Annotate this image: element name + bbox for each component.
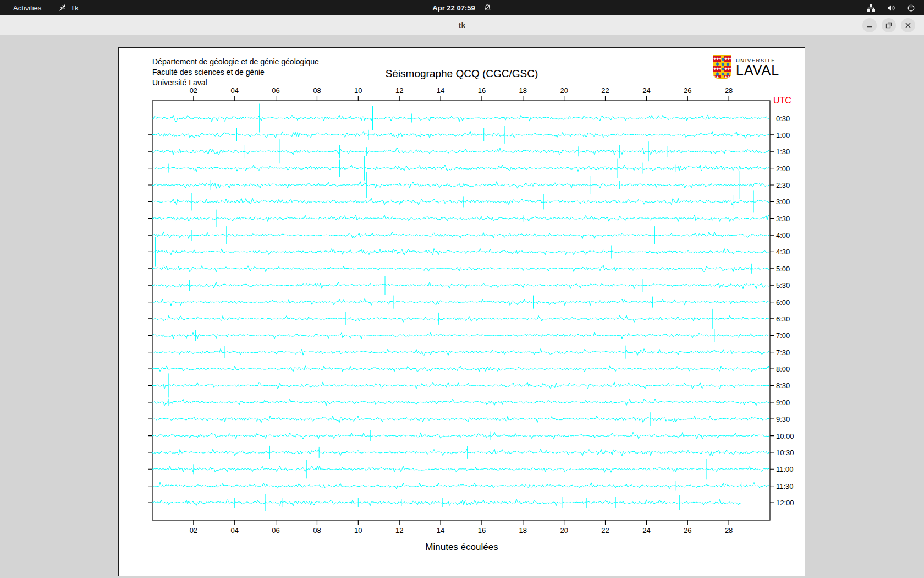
activities-button[interactable]: Activities	[10, 4, 45, 12]
seismogram-trace-row-7:00	[152, 329, 769, 342]
seismogram-trace-row-10:00	[152, 430, 769, 441]
x-tick-bottom-28: 28	[725, 526, 733, 535]
y-time-label-2:00: 2:00	[776, 164, 790, 172]
focused-app-name: Tk	[70, 4, 78, 12]
x-tick-top-18: 18	[519, 86, 527, 95]
y-time-label-9:30: 9:30	[776, 415, 790, 423]
seismogram-trace-row-9:30	[152, 412, 769, 426]
x-tick-bottom-10: 10	[354, 526, 362, 535]
window-title: tk	[0, 15, 924, 35]
y-time-label-5:00: 5:00	[776, 264, 790, 272]
x-tick-top-04: 04	[230, 86, 238, 95]
x-tick-bottom-02: 02	[190, 526, 197, 535]
minimize-button[interactable]	[862, 18, 877, 32]
x-tick-bottom-22: 22	[601, 526, 609, 535]
seismogram-trace-row-6:30	[152, 309, 769, 329]
y-time-label-4:00: 4:00	[776, 231, 790, 239]
seismogram-trace-row-8:30	[152, 373, 769, 397]
seismogram-trace-row-8:00	[152, 366, 769, 372]
seismogram-trace-row-11:30	[152, 481, 769, 491]
network-wired-icon[interactable]	[866, 4, 876, 12]
seismogram-trace-row-3:00	[152, 190, 769, 212]
y-time-label-4:30: 4:30	[776, 248, 790, 256]
system-status-area[interactable]	[866, 0, 924, 15]
screen: Activities Tk Apr 22 07:59	[0, 0, 924, 578]
y-time-label-3:30: 3:30	[776, 214, 790, 222]
x-axis-label: Minutes écoulées	[119, 542, 805, 553]
seismogram-trace-row-1:30	[152, 139, 769, 163]
y-time-label-9:00: 9:00	[776, 398, 790, 406]
x-tick-bottom-04: 04	[230, 526, 238, 535]
x-tick-top-10: 10	[354, 86, 362, 95]
seismogram-trace-row-3:30	[152, 210, 769, 227]
x-tick-bottom-16: 16	[478, 526, 486, 535]
x-tick-bottom-18: 18	[519, 526, 527, 535]
y-time-label-2:30: 2:30	[776, 181, 790, 189]
focused-app-menu[interactable]: Tk	[59, 4, 78, 12]
x-tick-top-22: 22	[601, 86, 609, 95]
y-time-label-11:00: 11:00	[776, 465, 794, 473]
notifications-disabled-icon	[484, 4, 492, 12]
y-time-label-1:30: 1:30	[776, 148, 790, 156]
close-button[interactable]	[901, 18, 915, 32]
x-tick-top-02: 02	[190, 86, 197, 95]
x-tick-bottom-06: 06	[272, 526, 279, 535]
desktop: Département de géologie et de génie géol…	[0, 35, 924, 578]
seismogram-trace-row-4:30	[152, 237, 769, 267]
x-tick-bottom-08: 08	[313, 526, 321, 535]
seismogram-trace-row-9:00	[152, 399, 769, 406]
seismogram-trace-row-5:30	[152, 276, 769, 295]
y-time-label-6:30: 6:30	[776, 314, 790, 323]
seismogram-trace-row-0:30	[152, 104, 769, 133]
seismogram-trace-row-5:00	[152, 264, 769, 274]
seismogram-trace-row-4:00	[152, 226, 769, 244]
y-time-label-12:00: 12:00	[776, 499, 794, 507]
y-time-label-8:30: 8:30	[776, 381, 790, 390]
x-tick-top-28: 28	[725, 86, 733, 95]
seismogram-plot	[119, 48, 805, 576]
clock-text: Apr 22 07:59	[432, 4, 475, 12]
seismogram-trace-row-10:30	[152, 446, 769, 459]
tk-app-icon	[59, 4, 67, 12]
y-time-label-10:00: 10:00	[776, 432, 794, 440]
x-tick-top-26: 26	[684, 86, 691, 95]
seismogram-trace-row-2:30	[152, 171, 769, 199]
y-time-label-10:30: 10:30	[776, 448, 794, 456]
x-tick-bottom-24: 24	[642, 526, 650, 535]
volume-icon[interactable]	[887, 4, 896, 12]
x-tick-bottom-20: 20	[560, 526, 568, 535]
x-tick-top-16: 16	[478, 86, 486, 95]
y-time-label-7:30: 7:30	[776, 348, 790, 356]
y-time-label-8:00: 8:00	[776, 365, 790, 373]
seismogram-trace-row-6:00	[152, 296, 769, 309]
x-tick-bottom-26: 26	[684, 526, 691, 535]
axis-ticks	[148, 96, 774, 525]
seismogram-trace-row-7:30	[152, 346, 769, 359]
seismogram-trace-row-1:00	[152, 124, 769, 146]
y-time-label-3:00: 3:00	[776, 198, 790, 206]
y-time-label-1:00: 1:00	[776, 130, 790, 139]
x-tick-bottom-14: 14	[437, 526, 444, 535]
gnome-top-bar: Activities Tk Apr 22 07:59	[0, 0, 924, 15]
power-icon[interactable]	[907, 4, 915, 12]
x-tick-top-14: 14	[437, 86, 444, 95]
window-title-bar[interactable]: tk	[0, 15, 924, 35]
y-time-label-5:30: 5:30	[776, 281, 790, 290]
y-time-label-6:00: 6:00	[776, 298, 790, 306]
seismogram-trace-row-12:00	[152, 494, 741, 511]
plot-frame	[152, 101, 770, 520]
x-tick-top-24: 24	[642, 86, 650, 95]
maximize-button[interactable]	[882, 18, 896, 32]
seismograph-canvas: Département de géologie et de génie géol…	[119, 48, 805, 576]
x-tick-bottom-12: 12	[395, 526, 403, 535]
x-tick-top-12: 12	[395, 86, 403, 95]
x-tick-top-06: 06	[272, 86, 279, 95]
seismogram-trace-row-11:00	[152, 459, 769, 479]
clock-menu[interactable]: Apr 22 07:59	[432, 0, 491, 15]
seismogram-trace-row-2:00	[152, 156, 769, 181]
x-tick-top-08: 08	[313, 86, 321, 95]
x-tick-top-20: 20	[560, 86, 568, 95]
y-time-label-0:30: 0:30	[776, 114, 790, 122]
y-time-label-11:30: 11:30	[776, 482, 794, 490]
y-time-label-7:00: 7:00	[776, 331, 790, 340]
